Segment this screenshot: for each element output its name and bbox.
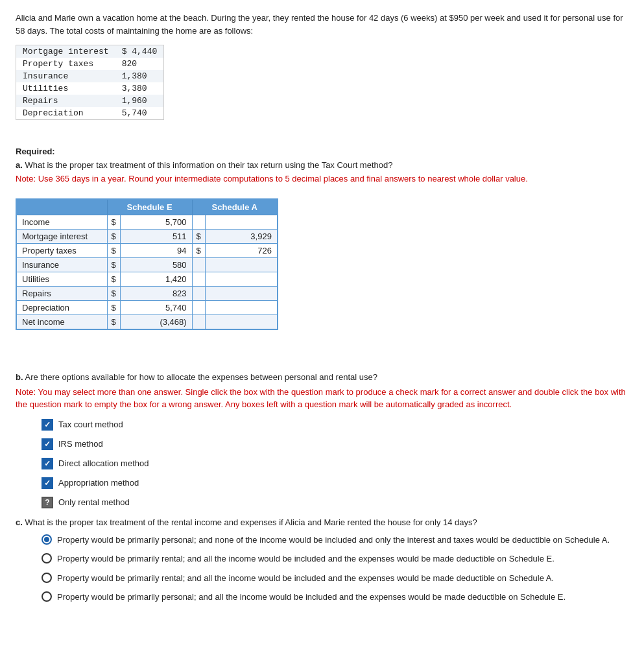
radio-circle-opt2[interactable] <box>42 553 52 563</box>
checkbox-box-appropriation[interactable] <box>42 477 53 489</box>
schedule-e-value: 5,700 <box>120 215 192 229</box>
cost-value: 820 <box>115 58 164 70</box>
schedule-a-value: 3,929 <box>205 229 278 243</box>
radio-circle-opt1[interactable] <box>42 534 52 545</box>
checkbox-item-appropriation[interactable]: Appropriation method <box>42 477 628 489</box>
cost-label: Insurance <box>16 70 115 82</box>
schedule-a-value <box>205 286 278 300</box>
schedule-a-dollar <box>192 300 205 314</box>
checkbox-label-appropriation: Appropriation method <box>58 478 139 488</box>
radio-item-opt2[interactable]: Property would be primarily rental; and … <box>42 552 628 565</box>
cost-table: Mortgage interest $ 4,440 Property taxes… <box>16 45 164 120</box>
checkbox-group: Tax court method IRS method Direct alloc… <box>42 419 628 508</box>
schedule-e-value: 580 <box>120 257 192 272</box>
schedule-e-value: (3,468) <box>120 314 192 329</box>
section-c: c. What is the proper tax treatment of t… <box>16 517 628 604</box>
schedule-table-wrapper: Schedule E Schedule A Income $ 5,700 Mor… <box>16 198 278 330</box>
schedule-row-label: Mortgage interest <box>16 229 107 243</box>
checkbox-box-tax-court[interactable] <box>42 419 53 431</box>
col-header-schedule-a: Schedule A <box>192 199 278 215</box>
checkbox-label-tax-court: Tax court method <box>58 420 123 429</box>
schedule-row: Repairs $ 823 <box>16 286 278 300</box>
schedule-row-label: Net income <box>16 314 107 329</box>
checkbox-label-only-rental: Only rental method <box>58 497 130 507</box>
radio-item-opt1[interactable]: Property would be primarily personal; an… <box>42 534 628 547</box>
checkbox-box-direct-allocation[interactable] <box>42 458 53 469</box>
checkbox-item-tax-court[interactable]: Tax court method <box>42 419 628 431</box>
question-b-bold: b. <box>16 372 23 382</box>
cost-label: Repairs <box>16 95 115 107</box>
checkbox-item-irs-method[interactable]: IRS method <box>42 438 628 450</box>
schedule-a-value <box>205 257 278 272</box>
question-c-label: c. What is the proper tax treatment of t… <box>16 517 628 527</box>
schedule-e-dollar: $ <box>107 272 120 286</box>
schedule-row: Utilities $ 1,420 <box>16 272 278 286</box>
question-b-text: Are there options available for how to a… <box>25 372 377 382</box>
checkbox-item-direct-allocation[interactable]: Direct allocation method <box>42 458 628 469</box>
question-b-note: Note: You may select more than one answe… <box>16 386 628 411</box>
cost-value: 3,380 <box>115 82 164 95</box>
schedule-e-value: 823 <box>120 286 192 300</box>
question-b-label: b. Are there options available for how t… <box>16 372 628 382</box>
schedule-row-label: Repairs <box>16 286 107 300</box>
schedule-a-dollar <box>192 272 205 286</box>
schedule-row-label: Insurance <box>16 257 107 272</box>
cost-table-row: Mortgage interest $ 4,440 <box>16 45 163 58</box>
radio-group: Property would be primarily personal; an… <box>42 534 628 604</box>
schedule-e-dollar: $ <box>107 286 120 300</box>
schedule-a-dollar <box>192 215 205 229</box>
checkbox-item-only-rental[interactable]: Only rental method <box>42 497 628 508</box>
schedule-row-label: Depreciation <box>16 300 107 314</box>
radio-circle-opt3[interactable] <box>42 573 52 583</box>
schedule-e-value: 511 <box>120 229 192 243</box>
schedule-row: Mortgage interest $ 511 $ 3,929 <box>16 229 278 243</box>
schedule-e-value: 1,420 <box>120 272 192 286</box>
cost-value: $ 4,440 <box>115 45 164 58</box>
radio-text-opt1: Property would be primarily personal; an… <box>57 534 610 547</box>
schedule-e-dollar: $ <box>107 257 120 272</box>
schedule-table: Schedule E Schedule A Income $ 5,700 Mor… <box>16 198 278 330</box>
cost-label: Property taxes <box>16 58 115 70</box>
checkbox-box-irs-method[interactable] <box>42 438 53 450</box>
radio-text-opt2: Property would be primarily rental; and … <box>57 552 555 565</box>
cost-table-row: Repairs 1,960 <box>16 95 163 107</box>
schedule-e-dollar: $ <box>107 243 120 257</box>
cost-label: Utilities <box>16 82 115 95</box>
schedule-a-value: 726 <box>205 243 278 257</box>
schedule-row: Depreciation $ 5,740 <box>16 300 278 314</box>
schedule-a-value <box>205 272 278 286</box>
cost-value: 1,960 <box>115 95 164 107</box>
cost-value: 5,740 <box>115 107 164 119</box>
question-a-text: What is the proper tax treatment of this… <box>25 160 392 170</box>
schedule-e-dollar: $ <box>107 314 120 329</box>
schedule-a-value <box>205 314 278 329</box>
col-header-label <box>16 199 107 215</box>
required-label: Required: <box>16 147 628 156</box>
cost-table-row: Depreciation 5,740 <box>16 107 163 119</box>
radio-item-opt4[interactable]: Property would be primarily personal; an… <box>42 591 628 604</box>
cost-table-row: Property taxes 820 <box>16 58 163 70</box>
cost-value: 1,380 <box>115 70 164 82</box>
radio-item-opt3[interactable]: Property would be primarily rental; and … <box>42 572 628 585</box>
schedule-e-dollar: $ <box>107 300 120 314</box>
schedule-a-dollar: $ <box>192 229 205 243</box>
schedule-row-label: Utilities <box>16 272 107 286</box>
checkbox-label-direct-allocation: Direct allocation method <box>58 458 149 468</box>
cost-table-row: Insurance 1,380 <box>16 70 163 82</box>
checkbox-box-only-rental[interactable] <box>42 497 53 508</box>
schedule-e-dollar: $ <box>107 229 120 243</box>
schedule-a-value <box>205 300 278 314</box>
schedule-row: Property taxes $ 94 $ 726 <box>16 243 278 257</box>
schedule-row-label: Income <box>16 215 107 229</box>
schedule-row: Income $ 5,700 <box>16 215 278 229</box>
schedule-a-dollar <box>192 314 205 329</box>
schedule-a-value <box>205 215 278 229</box>
schedule-a-dollar: $ <box>192 243 205 257</box>
checkbox-label-irs-method: IRS method <box>58 439 103 449</box>
intro-text: Alicia and Marie own a vacation home at … <box>16 12 628 37</box>
question-a-label: a. What is the proper tax treatment of t… <box>16 160 628 170</box>
radio-circle-opt4[interactable] <box>42 591 52 602</box>
cost-table-row: Utilities 3,380 <box>16 82 163 95</box>
schedule-e-value: 5,740 <box>120 300 192 314</box>
schedule-row: Net income $ (3,468) <box>16 314 278 329</box>
